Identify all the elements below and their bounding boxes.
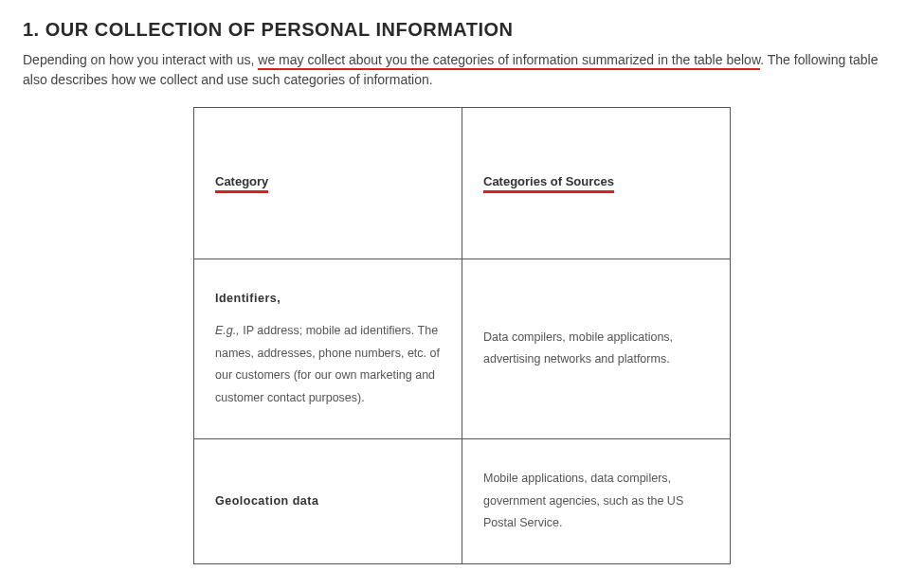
table-row: Identifiers, E.g., IP address; mobile ad… (194, 259, 731, 439)
eg-label: E.g., (215, 324, 240, 337)
table-header-row: Category Categories of Sources (194, 108, 731, 259)
row-title-geolocation: Geolocation data (215, 491, 441, 513)
cell-geolocation-sources: Mobile applications, data compilers, gov… (462, 438, 731, 563)
intro-prefix: Depending on how you interact with us, (23, 52, 258, 67)
cell-identifiers: Identifiers, E.g., IP address; mobile ad… (194, 259, 462, 439)
cell-identifiers-sources: Data compilers, mobile applications, adv… (462, 259, 731, 439)
info-table: Category Categories of Sources Identifie… (193, 107, 731, 564)
identifiers-desc: E.g., IP address; mobile ad identifiers.… (215, 324, 440, 404)
header-sources-label: Categories of Sources (483, 174, 614, 193)
identifiers-sources-text: Data compilers, mobile applications, adv… (483, 330, 673, 366)
intro-paragraph: Depending on how you interact with us, w… (23, 50, 901, 90)
section-heading: 1. OUR COLLECTION OF PERSONAL INFORMATIO… (23, 19, 901, 41)
table-container: Category Categories of Sources Identifie… (193, 107, 731, 564)
row-title-identifiers: Identifiers, (215, 288, 441, 311)
header-category-label: Category (215, 174, 268, 193)
table-row: Geolocation data Mobile applications, da… (194, 438, 731, 563)
cell-geolocation: Geolocation data (194, 438, 462, 563)
geolocation-sources-text: Mobile applications, data compilers, gov… (483, 472, 683, 530)
intro-underlined: we may collect about you the categories … (258, 52, 760, 70)
header-sources: Categories of Sources (462, 108, 731, 259)
header-category: Category (194, 108, 462, 259)
eg-rest: IP address; mobile ad identifiers. The n… (215, 324, 440, 404)
